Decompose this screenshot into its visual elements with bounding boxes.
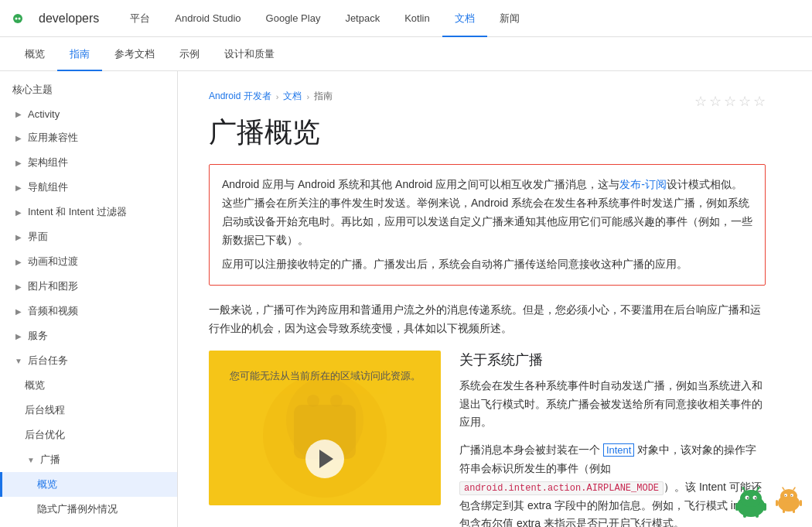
sidebar-item-arch[interactable]: ▶ 架构组件: [0, 150, 177, 175]
subnav-overview[interactable]: 概览: [12, 37, 57, 71]
chevron-right-icon: ▶: [12, 156, 25, 169]
sidebar-item-label: 动画和过渡: [28, 255, 78, 269]
svg-rect-16: [743, 512, 746, 518]
nav-news[interactable]: 新闻: [487, 0, 532, 37]
subnav-guides[interactable]: 指南: [57, 37, 102, 71]
sidebar-item-label: 图片和图形: [28, 279, 78, 293]
logo-text: developers: [39, 12, 99, 26]
breadcrumb-link-android[interactable]: Android 开发者: [209, 90, 271, 103]
sidebar-item-label: Intent 和 Intent 过滤器: [28, 205, 127, 219]
system-broadcast-title: 关于系统广播: [459, 351, 766, 369]
breadcrumb: Android 开发者 › 文档 › 指南: [209, 90, 333, 103]
star-1[interactable]: ☆: [694, 93, 707, 110]
footer-creatures: [732, 484, 804, 519]
sidebar-item-label: 广播: [40, 453, 60, 467]
chevron-down-icon: ▼: [25, 453, 37, 466]
sidebar-item-wake-lock[interactable]: ▶ 管理设备唤醒状态: [0, 522, 177, 527]
stars-rating: ☆ ☆ ☆ ☆ ☆: [694, 90, 766, 110]
subnav-samples[interactable]: 示例: [167, 37, 212, 71]
svg-point-9: [740, 490, 762, 507]
body-text-1: 一般来说，广播可作为跨应用和普通用户流之外的消息传递系统。但是，您必须小心，不要…: [209, 301, 766, 338]
sidebar-item-bg-overview[interactable]: 概览: [0, 373, 177, 398]
sidebar-item-broadcast-implicit[interactable]: 隐式广播例外情况: [0, 497, 177, 522]
sidebar-item-intent[interactable]: ▶ Intent 和 Intent 过滤器: [0, 200, 177, 224]
sidebar-item-nav[interactable]: ▶ 导航组件: [0, 175, 177, 200]
top-navigation: developers 平台 Android Studio Google Play…: [0, 0, 812, 37]
sidebar-item-audio[interactable]: ▶ 音频和视频: [0, 299, 177, 323]
video-play-button[interactable]: [305, 440, 344, 478]
sidebar-item-broadcast-overview[interactable]: 概览: [0, 472, 177, 497]
chevron-right-icon: ▶: [12, 132, 25, 144]
sidebar-item-label: 导航组件: [28, 180, 68, 194]
chevron-down-icon: ▼: [12, 354, 25, 367]
subnav-design[interactable]: 设计和质量: [212, 37, 287, 71]
system-broadcast-section: 关于系统广播 系统会在发生各种系统事件时自动发送广播，例如当系统进入和退出飞行模…: [459, 351, 766, 527]
breadcrumb-current: 指南: [314, 90, 333, 103]
star-5[interactable]: ☆: [753, 93, 766, 110]
nav-kotlin[interactable]: Kotlin: [392, 0, 442, 37]
chevron-right-icon: ▶: [12, 181, 25, 193]
sidebar-item-broadcast[interactable]: ▼ 广播: [0, 447, 177, 472]
star-4[interactable]: ☆: [739, 93, 751, 110]
sidebar-item-label: Activity: [28, 108, 60, 120]
sidebar-item-label: 核心主题: [12, 83, 53, 97]
sidebar-item-compat[interactable]: ▶ 应用兼容性: [0, 125, 177, 150]
sidebar-item-label: 后台任务: [28, 354, 68, 368]
nav-platform[interactable]: 平台: [118, 0, 162, 37]
nav-android-studio[interactable]: Android Studio: [162, 0, 253, 37]
svg-point-12: [747, 498, 749, 499]
sidebar-item-label: 后台优化: [25, 428, 65, 442]
svg-line-33: [783, 488, 784, 490]
svg-line-32: [793, 488, 795, 490]
highlight-para-1: Android 应用与 Android 系统和其他 Android 应用之间可以…: [222, 176, 752, 249]
sidebar-item-bg-optimize[interactable]: 后台优化: [0, 423, 177, 447]
sidebar-item-label: 概览: [25, 378, 45, 392]
nav-docs[interactable]: 文档: [442, 0, 487, 37]
sidebar-item-label: 服务: [28, 329, 48, 343]
chevron-right-icon: ▶: [12, 108, 25, 120]
top-nav-links: 平台 Android Studio Google Play Jetpack Ko…: [118, 0, 800, 37]
chevron-right-icon: ▶: [12, 280, 25, 293]
sidebar-item-images[interactable]: ▶ 图片和图形: [0, 274, 177, 299]
star-2[interactable]: ☆: [709, 93, 722, 110]
sidebar-item-activity[interactable]: ▶ Activity: [0, 102, 177, 125]
video-overlay-text: 您可能无法从当前所在的区域访问此资源。: [209, 363, 441, 389]
sidebar-item-background[interactable]: ▼ 后台任务: [0, 348, 177, 373]
breadcrumb-link-docs[interactable]: 文档: [283, 90, 302, 103]
page-title: 广播概览: [209, 115, 766, 149]
svg-rect-28: [800, 500, 802, 506]
breadcrumb-separator: ›: [306, 92, 309, 101]
highlight-para-2: 应用可以注册接收特定的广播。广播发出后，系统会自动将广播传送给同意接收这种广播的…: [222, 255, 752, 274]
pubsub-link[interactable]: 发布-订阅: [619, 178, 667, 190]
nav-google-play[interactable]: Google Play: [254, 0, 333, 37]
svg-point-27: [785, 495, 786, 497]
svg-rect-30: [793, 508, 795, 513]
svg-point-21: [758, 487, 760, 489]
breadcrumb-separator: ›: [276, 92, 279, 101]
nav-jetpack[interactable]: Jetpack: [333, 0, 392, 37]
chevron-right-icon: ▶: [12, 305, 25, 317]
sidebar-item-ui[interactable]: ▶ 界面: [0, 224, 177, 249]
main-content: Android 开发者 › 文档 › 指南 ☆ ☆ ☆ ☆ ☆ 广播概览 And…: [178, 71, 797, 527]
sidebar-item-animation[interactable]: ▶ 动画和过渡: [0, 249, 177, 274]
sidebar-item-topics[interactable]: 核心主题: [0, 77, 177, 102]
sidebar-item-services[interactable]: ▶ 服务: [0, 323, 177, 348]
sidebar-item-label: 应用兼容性: [28, 131, 78, 145]
svg-rect-15: [763, 503, 766, 511]
sidebar-item-label: 架构组件: [28, 156, 68, 169]
system-broadcast-para2: 广播消息本身会被封装在一个 Intent 对象中，该对象的操作字符串会标识所发生…: [459, 441, 766, 527]
subnav-reference[interactable]: 参考文档: [102, 37, 167, 71]
svg-rect-14: [735, 503, 739, 511]
svg-point-0: [13, 14, 22, 23]
video-player[interactable]: 您可能无法从当前所在的区域访问此资源。: [209, 351, 441, 505]
logo[interactable]: developers: [12, 12, 99, 26]
star-3[interactable]: ☆: [724, 93, 736, 110]
intent-link-1[interactable]: Intent: [603, 443, 635, 457]
svg-point-23: [780, 489, 797, 503]
chevron-right-icon: ▶: [12, 206, 25, 218]
sidebar-item-label: 后台线程: [25, 403, 65, 417]
sidebar-item-bg-thread[interactable]: 后台线程: [0, 398, 177, 423]
svg-point-7: [330, 395, 343, 407]
sidebar: 核心主题 ▶ Activity ▶ 应用兼容性 ▶ 架构组件 ▶ 导航组件 ▶ …: [0, 71, 178, 527]
android-creature-2: [773, 484, 804, 514]
